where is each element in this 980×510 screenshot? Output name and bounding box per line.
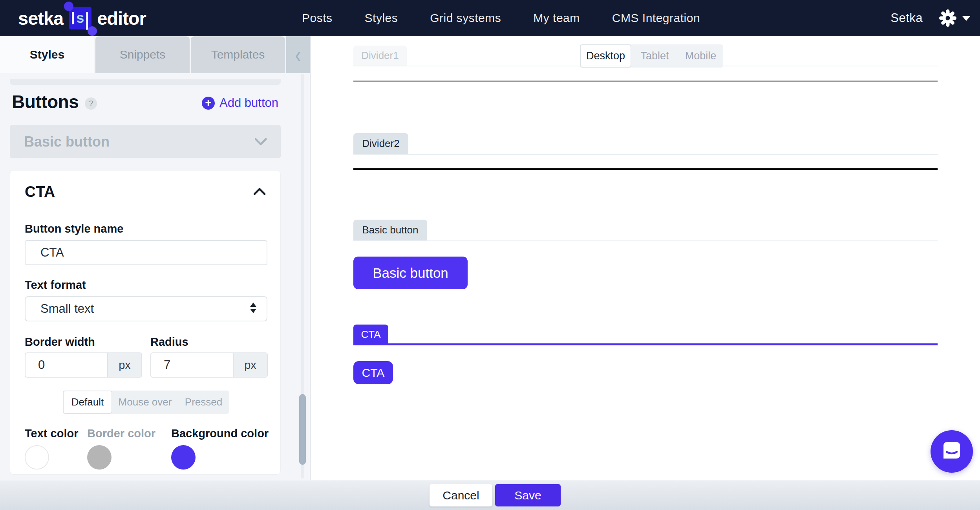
chat-bubble-icon [940, 440, 963, 463]
block-label-divider2[interactable]: Divider2 [353, 133, 408, 154]
action-bar: Cancel Save [0, 480, 980, 510]
device-tab-tablet[interactable]: Tablet [631, 44, 678, 68]
preview-canvas: Desktop Tablet Mobile Divider1 Divider2 … [311, 36, 980, 480]
logo-bar-icon [72, 12, 74, 24]
help-icon[interactable]: ? [85, 97, 97, 110]
cta-style-panel: CTA Button style name CTA Text format Sm… [10, 170, 281, 475]
text-color-label: Text color [25, 427, 78, 440]
divider1-preview-line[interactable] [353, 81, 938, 82]
sidebar-body: Buttons ? + Add button Basic button CTA … [0, 73, 310, 480]
radius-group: 7 px [150, 352, 268, 378]
sidebar-scrollbar-thumb[interactable] [299, 394, 306, 465]
select-spinner-icon [250, 303, 256, 313]
cta-selection-line [353, 343, 938, 345]
buttons-section-header: Buttons ? [12, 91, 97, 112]
account-menu[interactable]: Setka [890, 0, 971, 36]
device-tab-desktop[interactable]: Desktop [580, 44, 631, 68]
account-name: Setka [890, 11, 923, 25]
basic-button-preview[interactable]: Basic button [353, 257, 468, 289]
logo-word-setka: setka [18, 7, 63, 29]
tab-styles[interactable]: Styles [0, 36, 94, 73]
plus-icon: + [202, 97, 215, 110]
add-button-link[interactable]: + Add button [202, 96, 278, 110]
logo-s-letter: s [76, 11, 84, 25]
nav-item-cms-integration[interactable]: CMS Integration [612, 11, 700, 25]
scrolled-section-edge [10, 79, 281, 85]
tab-templates[interactable]: Templates [191, 36, 285, 73]
block-label-divider1[interactable]: Divider1 [353, 46, 407, 66]
chevron-down-icon [255, 138, 267, 145]
setka-logo-mark-icon: s [69, 7, 91, 29]
state-tab-default[interactable]: Default [63, 391, 112, 414]
sidebar-collapse-button[interactable]: ‹ [286, 36, 310, 73]
cancel-button[interactable]: Cancel [430, 484, 492, 506]
text-format-select[interactable]: Small text [25, 296, 267, 321]
radius-unit: px [233, 353, 267, 377]
nav-item-my-team[interactable]: My team [533, 11, 580, 25]
style-row-label: Basic button [24, 134, 110, 150]
background-color-label: Background color [171, 427, 269, 440]
save-button[interactable]: Save [495, 484, 561, 506]
cta-button-preview[interactable]: CTA [353, 361, 393, 384]
chevron-left-icon: ‹ [295, 43, 301, 66]
panel-title: CTA [25, 183, 55, 200]
divider2-preview-line[interactable] [353, 168, 938, 170]
state-tab-mouse-over[interactable]: Mouse over [112, 391, 178, 414]
block-label-underline [353, 240, 938, 241]
device-tab-mobile[interactable]: Mobile [678, 44, 723, 68]
text-format-value: Small text [40, 302, 94, 316]
border-width-input[interactable]: 0 [26, 353, 107, 377]
border-width-unit: px [107, 353, 141, 377]
radius-input[interactable]: 7 [151, 353, 233, 377]
chat-widget-button[interactable] [931, 430, 973, 473]
tab-snippets[interactable]: Snippets [95, 36, 190, 73]
logo-word-editor: editor [97, 7, 146, 29]
block-label-underline [353, 66, 938, 66]
nav-item-styles[interactable]: Styles [365, 11, 398, 25]
text-color-swatch[interactable] [25, 445, 49, 470]
logo-dot-icon [88, 26, 97, 36]
logo-bar-icon [86, 12, 88, 30]
border-color-swatch[interactable] [87, 445, 112, 470]
sidebar-tab-bar: Styles Snippets Templates ‹ [0, 36, 310, 73]
top-nav: setka s editor Posts Styles Grid systems… [0, 0, 980, 36]
setka-logo[interactable]: setka s editor [18, 0, 146, 36]
border-color-label: Border color [87, 427, 155, 440]
block-label-underline [353, 154, 938, 155]
style-name-input[interactable]: CTA [25, 240, 267, 265]
radius-label: Radius [150, 336, 188, 349]
device-tab-bar: Desktop Tablet Mobile [580, 44, 723, 68]
state-tab-pressed[interactable]: Pressed [178, 391, 229, 414]
nav-item-grid-systems[interactable]: Grid systems [430, 11, 501, 25]
block-label-basic-button[interactable]: Basic button [353, 220, 427, 240]
background-color-swatch[interactable] [171, 445, 196, 470]
style-row-basic-button[interactable]: Basic button [10, 125, 281, 158]
block-label-cta[interactable]: CTA [353, 325, 388, 345]
caret-down-icon[interactable] [962, 16, 971, 21]
nav-item-posts[interactable]: Posts [302, 11, 333, 25]
section-title: Buttons [12, 91, 79, 112]
border-width-group: 0 px [25, 352, 142, 378]
add-button-label: Add button [219, 96, 278, 110]
border-width-label: Border width [25, 336, 95, 349]
setka-editor-app: setka s editor Posts Styles Grid systems… [0, 0, 980, 510]
chevron-up-icon[interactable] [254, 188, 265, 195]
styles-sidebar: Styles Snippets Templates ‹ Buttons ? + … [0, 36, 311, 480]
main-nav-links: Posts Styles Grid systems My team CMS In… [302, 0, 700, 36]
gear-icon[interactable] [939, 9, 956, 27]
style-name-label: Button style name [25, 222, 123, 235]
logo-dot-icon [64, 2, 73, 11]
state-tab-bar: Default Mouse over Pressed [63, 391, 229, 414]
text-format-label: Text format [25, 279, 86, 292]
